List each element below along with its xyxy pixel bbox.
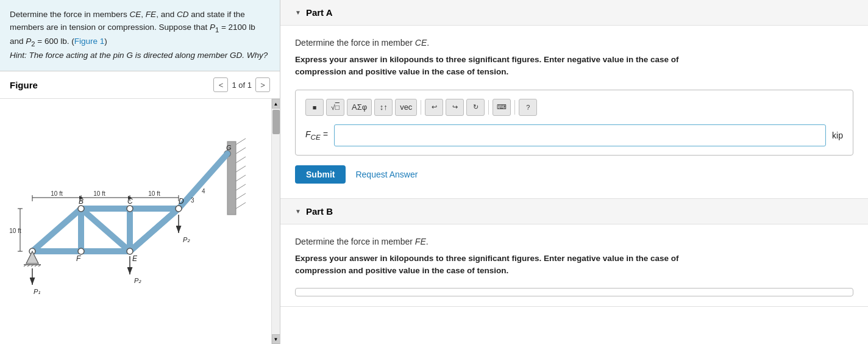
figure-label: Figure <box>10 80 38 90</box>
svg-text:P₂: P₂ <box>134 277 141 284</box>
toolbar-arrows-btn[interactable]: ↕↑ <box>374 99 393 116</box>
part-b-section: ▼ Part B Determine the force in member F… <box>280 199 868 307</box>
svg-text:4: 4 <box>202 188 205 195</box>
svg-text:10 ft: 10 ft <box>148 190 160 197</box>
part-a-arrow: ▼ <box>295 9 301 16</box>
svg-text:10 ft: 10 ft <box>93 190 105 197</box>
svg-line-14 <box>179 154 227 209</box>
svg-line-6 <box>236 184 246 190</box>
figure-page: 1 of 1 <box>232 81 252 90</box>
figure-header: Figure < 1 of 1 > <box>0 71 280 99</box>
part-b-answer-box-partial <box>295 288 853 296</box>
figure-nav: < 1 of 1 > <box>213 77 270 92</box>
node-d-label: D <box>179 197 184 206</box>
svg-line-5 <box>236 175 246 181</box>
svg-line-4 <box>236 166 246 172</box>
svg-point-25 <box>176 206 182 212</box>
part-a-member: CE <box>415 38 427 48</box>
part-a-submit-button[interactable]: Submit <box>295 165 346 184</box>
scroll-down-button[interactable]: ▼ <box>272 334 280 344</box>
toolbar-sep1 <box>421 100 421 115</box>
part-b-label: Part B <box>306 206 333 217</box>
part-a-description: Determine the force in member CE. <box>295 38 853 48</box>
svg-line-2 <box>236 148 246 154</box>
svg-point-24 <box>127 206 133 212</box>
part-b-description: Determine the force in member FE. <box>295 237 853 246</box>
svg-line-21 <box>130 209 179 251</box>
toolbar-refresh-btn[interactable]: ↻ <box>466 99 485 116</box>
svg-line-3 <box>236 157 246 163</box>
toolbar-redo-btn[interactable]: ↪ <box>446 99 464 116</box>
left-panel: Determine the force in members CE, FE, a… <box>0 0 280 344</box>
part-a-answer-box: ■ √□ ΑΣφ ↕↑ vec ↩ ↪ ↻ ⌨ ? <box>295 90 853 156</box>
scrollbar-thumb[interactable] <box>272 110 280 134</box>
scrollbar-track: ▲ ▼ <box>271 99 280 344</box>
svg-line-11 <box>32 209 81 251</box>
part-b-content: Determine the force in member FE. Expres… <box>280 224 868 307</box>
member-cd: CD <box>177 10 189 19</box>
svg-point-26 <box>127 248 133 254</box>
part-a-unit: kip <box>832 131 843 140</box>
svg-text:G: G <box>226 144 232 151</box>
figure-link[interactable]: Figure 1 <box>74 37 105 46</box>
svg-line-8 <box>236 202 246 209</box>
truss-svg: G <box>8 105 264 312</box>
toolbar-undo-btn[interactable]: ↩ <box>425 99 443 116</box>
part-a-instruction: Express your answer in kilopounds to thr… <box>295 54 853 79</box>
toolbar-sep2 <box>488 100 489 115</box>
part-a-action-row: Submit Request Answer <box>295 165 853 184</box>
part-a-header[interactable]: ▼ Part A <box>280 0 868 26</box>
part-b-arrow: ▼ <box>295 208 301 215</box>
svg-line-20 <box>81 209 130 251</box>
svg-line-1 <box>236 138 246 145</box>
svg-text:10 ft: 10 ft <box>51 190 63 197</box>
node-e-label: E <box>132 254 138 263</box>
members-ce-fe: CE <box>130 10 141 19</box>
svg-point-27 <box>78 248 84 254</box>
part-a-answer-input[interactable] <box>334 124 826 146</box>
svg-point-23 <box>78 206 84 212</box>
part-a-toolbar: ■ √□ ΑΣφ ↕↑ vec ↩ ↪ ↻ ⌨ ? <box>305 99 843 116</box>
toolbar-alpha-sigma-btn[interactable]: ΑΣφ <box>347 99 372 116</box>
scroll-up-button[interactable]: ▲ <box>272 99 280 109</box>
figure-scroll-area: G <box>0 99 280 344</box>
toolbar-vec-btn[interactable]: vec <box>395 99 417 116</box>
svg-text:P₂: P₂ <box>183 236 190 243</box>
toolbar-help-btn[interactable]: ? <box>519 99 537 116</box>
part-b-member: FE <box>415 237 426 246</box>
part-a-request-link[interactable]: Request Answer <box>355 170 418 179</box>
problem-text: Determine the force in members CE, FE, a… <box>10 10 268 60</box>
part-a-label: Part A <box>306 7 333 18</box>
toolbar-keyboard-btn[interactable]: ⌨ <box>493 99 511 116</box>
toolbar-square-btn[interactable]: ■ <box>305 99 324 116</box>
figure-content: G <box>0 99 271 344</box>
figure-prev-button[interactable]: < <box>213 77 228 92</box>
part-b-header[interactable]: ▼ Part B <box>280 199 868 224</box>
toolbar-sep3 <box>514 100 515 115</box>
svg-text:P₁: P₁ <box>34 288 40 295</box>
figure-next-button[interactable]: > <box>255 77 270 92</box>
hint-text: Hint: The force acting at the pin G is d… <box>10 51 268 60</box>
part-a-input-label: FCE = <box>305 129 328 141</box>
member-fe: FE <box>146 10 156 19</box>
svg-text:3: 3 <box>191 197 194 204</box>
toolbar-sqrt-btn[interactable]: √□ <box>326 99 344 116</box>
problem-statement: Determine the force in members CE, FE, a… <box>0 0 280 71</box>
node-f-label: F <box>76 254 81 263</box>
part-a-input-row: FCE = kip <box>305 124 843 146</box>
part-a-content: Determine the force in member CE. Expres… <box>280 26 868 198</box>
svg-text:10 ft: 10 ft <box>9 228 21 234</box>
svg-line-7 <box>236 193 246 199</box>
right-panel: ▼ Part A Determine the force in member C… <box>280 0 868 344</box>
part-a-section: ▼ Part A Determine the force in member C… <box>280 0 868 199</box>
part-b-instruction: Express your answer in kilopounds to thr… <box>295 253 853 278</box>
